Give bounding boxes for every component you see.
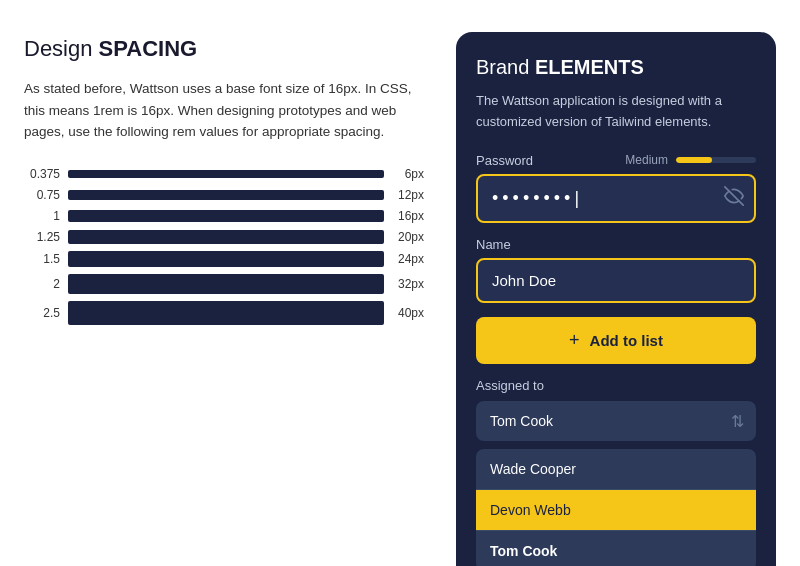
- eye-icon[interactable]: [724, 186, 744, 211]
- spacing-row: 1.25 20px: [24, 230, 424, 244]
- plus-icon: +: [569, 330, 580, 351]
- spacing-px: 6px: [392, 167, 424, 181]
- spacing-row: 2.5 40px: [24, 301, 424, 325]
- spacing-label: 2: [24, 277, 60, 291]
- list-item[interactable]: Wade Cooper: [476, 449, 756, 490]
- spacing-px: 32px: [392, 277, 424, 291]
- spacing-label: 2.5: [24, 306, 60, 320]
- strength-bar-bg: [676, 157, 756, 163]
- strength-row: Medium: [625, 153, 756, 167]
- assigned-select[interactable]: Tom Cook Wade Cooper Devon Webb: [476, 401, 756, 441]
- add-btn-label: Add to list: [590, 332, 663, 349]
- right-title-bold: ELEMENTS: [535, 56, 644, 78]
- left-title-bold: SPACING: [99, 36, 198, 61]
- spacing-px: 40px: [392, 306, 424, 320]
- spacing-label: 1.5: [24, 252, 60, 266]
- spacing-bar: [68, 210, 384, 222]
- list-item[interactable]: Devon Webb: [476, 490, 756, 531]
- left-title: Design SPACING: [24, 36, 424, 62]
- password-section: Password Medium: [476, 153, 756, 223]
- spacing-bar: [68, 251, 384, 267]
- spacing-px: 24px: [392, 252, 424, 266]
- right-panel: Brand ELEMENTS The Wattson application i…: [456, 32, 776, 566]
- name-section: Name: [476, 237, 756, 303]
- spacing-row: 0.75 12px: [24, 188, 424, 202]
- spacing-px: 16px: [392, 209, 424, 223]
- spacing-label: 0.75: [24, 188, 60, 202]
- right-title-light: Brand: [476, 56, 535, 78]
- spacing-row: 1 16px: [24, 209, 424, 223]
- select-wrapper: Tom Cook Wade Cooper Devon Webb ⇅: [476, 401, 756, 441]
- left-panel: Design SPACING As stated before, Wattson…: [24, 32, 424, 332]
- name-label-row: Name: [476, 237, 756, 252]
- spacing-bar: [68, 170, 384, 178]
- password-label-row: Password Medium: [476, 153, 756, 168]
- spacing-bar: [68, 230, 384, 244]
- password-input-wrapper: [476, 174, 756, 223]
- left-description: As stated before, Wattson uses a base fo…: [24, 78, 424, 143]
- spacing-px: 12px: [392, 188, 424, 202]
- left-title-light: Design: [24, 36, 99, 61]
- spacing-table: 0.375 6px 0.75 12px 1 16px 1.25 20px 1.5…: [24, 167, 424, 325]
- assigned-label: Assigned to: [476, 378, 756, 393]
- password-label: Password: [476, 153, 533, 168]
- spacing-row: 0.375 6px: [24, 167, 424, 181]
- spacing-label: 1: [24, 209, 60, 223]
- right-description: The Wattson application is designed with…: [476, 91, 756, 133]
- spacing-row: 2 32px: [24, 274, 424, 294]
- list-item[interactable]: Tom Cook: [476, 531, 756, 566]
- name-label: Name: [476, 237, 511, 252]
- spacing-row: 1.5 24px: [24, 251, 424, 267]
- strength-bar-fill: [676, 157, 712, 163]
- add-to-list-button[interactable]: + Add to list: [476, 317, 756, 364]
- right-title: Brand ELEMENTS: [476, 56, 756, 79]
- assignee-list: Wade CooperDevon WebbTom Cook: [476, 449, 756, 566]
- spacing-label: 0.375: [24, 167, 60, 181]
- strength-label: Medium: [625, 153, 668, 167]
- spacing-label: 1.25: [24, 230, 60, 244]
- password-input[interactable]: [476, 174, 756, 223]
- spacing-bar: [68, 190, 384, 200]
- spacing-px: 20px: [392, 230, 424, 244]
- spacing-bar: [68, 301, 384, 325]
- spacing-bar: [68, 274, 384, 294]
- name-input[interactable]: [476, 258, 756, 303]
